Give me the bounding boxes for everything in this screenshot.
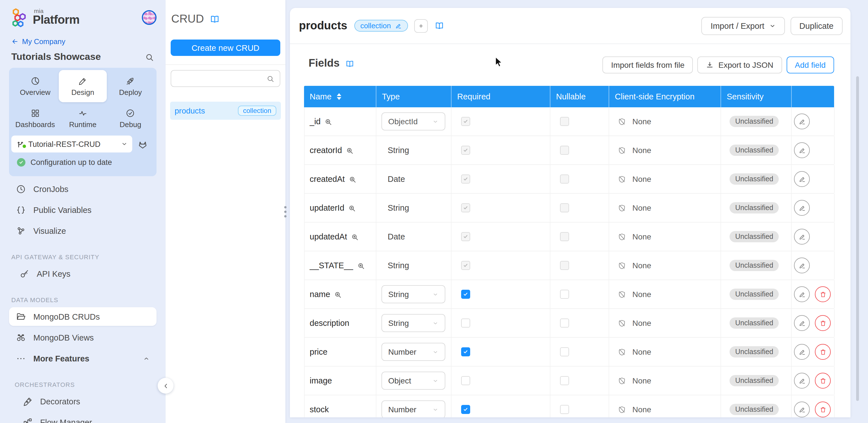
env-tab-dashboards[interactable]: Dashboards [11,102,59,134]
cell-encryption: None [609,136,721,164]
sidebar-item-more-features[interactable]: More Features [0,348,165,369]
sidebar-item-label: CronJobs [33,185,68,193]
zoom-in-icon[interactable] [346,147,354,155]
sidebar-item-flow-manager[interactable]: Flow Manager [0,412,165,423]
vertical-scrollbar[interactable] [856,76,859,401]
sidebar-item-label: More Features [33,354,89,363]
configuration-status-label: Configuration up to date [31,158,112,167]
edit-field-button[interactable] [794,258,810,273]
cell-actions [792,338,835,366]
edit-pencil-icon [395,22,402,29]
sidebar-item-cronjobs[interactable]: CronJobs [0,178,165,199]
edit-field-button[interactable] [794,373,810,389]
delete-field-button[interactable] [815,373,831,389]
nullable-checkbox[interactable] [560,376,569,385]
edit-field-button[interactable] [794,200,810,216]
zoom-in-icon[interactable] [324,118,333,126]
search-icon[interactable] [145,53,154,62]
type-select[interactable]: Object [381,371,445,390]
gitlab-icon[interactable] [137,139,148,150]
edit-field-button[interactable] [794,229,810,245]
required-checkbox[interactable] [461,319,470,328]
back-link-label: My Company [22,37,65,46]
environment-tabs: OverviewDesignDeployDashboardsRuntimeDeb… [11,70,154,134]
export-json-button[interactable]: Export to JSON [698,57,782,73]
type-select[interactable]: String [381,314,445,332]
env-tab-debug[interactable]: Debug [106,102,154,134]
page-header: products collection Import / Export Dupl… [290,8,850,44]
zoom-in-icon[interactable] [357,262,365,270]
env-tab-deploy[interactable]: Deploy [106,70,154,102]
required-checkbox[interactable] [461,405,470,414]
cell-type: String [376,136,452,164]
delete-field-button[interactable] [815,344,831,360]
nullable-checkbox [560,146,569,155]
collection-tag[interactable]: collection [354,20,408,32]
add-tag-button[interactable] [414,19,428,32]
sidebar-item-api-keys[interactable]: API Keys [0,263,165,284]
crud-list-item-products[interactable]: products collection [170,102,281,120]
zoom-in-icon[interactable] [348,204,356,212]
create-new-crud-button[interactable]: Create new CRUD [170,39,280,56]
panel-resize-handle[interactable] [284,206,286,218]
edit-field-button[interactable] [794,142,810,158]
sidebar-item-decorators[interactable]: Decorators [0,391,165,412]
cell-type: Date [376,165,452,193]
add-field-button[interactable]: Add field [786,57,834,73]
import-export-button[interactable]: Import / Export [702,17,785,35]
zoom-in-icon[interactable] [349,175,356,183]
delete-field-button[interactable] [815,315,831,331]
required-checkbox [461,174,470,184]
configuration-status: Configuration up to date [17,158,112,167]
shield-off-icon [618,117,626,126]
edit-field-button[interactable] [794,171,810,187]
type-text: Date [388,232,405,241]
edit-field-button[interactable] [794,344,810,360]
nullable-checkbox[interactable] [560,319,569,328]
required-checkbox[interactable] [461,347,470,356]
required-checkbox [461,261,470,270]
sidebar-item-public-variables[interactable]: Public Variables [0,199,165,220]
cell-field-name: _id [305,107,376,135]
edit-field-button[interactable] [794,286,810,302]
delete-field-button[interactable] [815,401,831,417]
import-fields-button[interactable]: Import fields from file [603,57,693,73]
cell-sensitivity: Unclassified [721,165,792,193]
delete-field-button[interactable] [815,286,831,302]
docs-book-icon[interactable] [345,59,354,68]
type-select[interactable]: Number [381,400,445,417]
column-header-name[interactable]: Name [304,86,376,107]
sidebar-item-visualize[interactable]: Visualize [0,220,165,241]
field-row-image: imageObjectNoneUnclassified [305,366,834,395]
back-to-company-link[interactable]: My Company [11,37,65,46]
pie-chart-icon [30,76,40,86]
edit-field-button[interactable] [794,401,810,417]
required-checkbox[interactable] [461,290,470,299]
type-select[interactable]: String [381,285,445,303]
type-select[interactable]: Number [381,343,445,361]
env-tab-design[interactable]: Design [59,70,107,102]
branch-select[interactable]: Tutorial-REST-CRUD [11,135,132,153]
required-checkbox[interactable] [461,376,470,385]
required-checkbox [461,146,470,155]
edit-field-button[interactable] [794,113,810,129]
zoom-in-icon[interactable] [351,233,359,241]
zoom-in-icon[interactable] [334,291,342,298]
crud-search-input[interactable] [170,70,280,87]
sidebar-item-mongodb-views[interactable]: MongoDB Views [0,327,165,348]
cell-required [452,136,550,164]
nullable-checkbox[interactable] [560,347,569,356]
sidebar-collapse-button[interactable] [158,378,174,394]
docs-book-icon[interactable] [435,21,444,31]
edit-field-button[interactable] [794,315,810,331]
duplicate-button[interactable]: Duplicate [790,17,843,35]
env-tab-runtime[interactable]: Runtime [59,102,107,134]
env-tab-overview[interactable]: Overview [11,70,59,102]
user-avatar[interactable] [142,10,157,25]
nullable-checkbox[interactable] [560,405,569,414]
cell-required [452,366,550,395]
docs-book-icon[interactable] [210,14,220,24]
nullable-checkbox[interactable] [560,290,569,299]
cell-encryption: None [609,251,721,280]
sidebar-item-mongodb-cruds[interactable]: MongoDB CRUDs [9,307,157,326]
